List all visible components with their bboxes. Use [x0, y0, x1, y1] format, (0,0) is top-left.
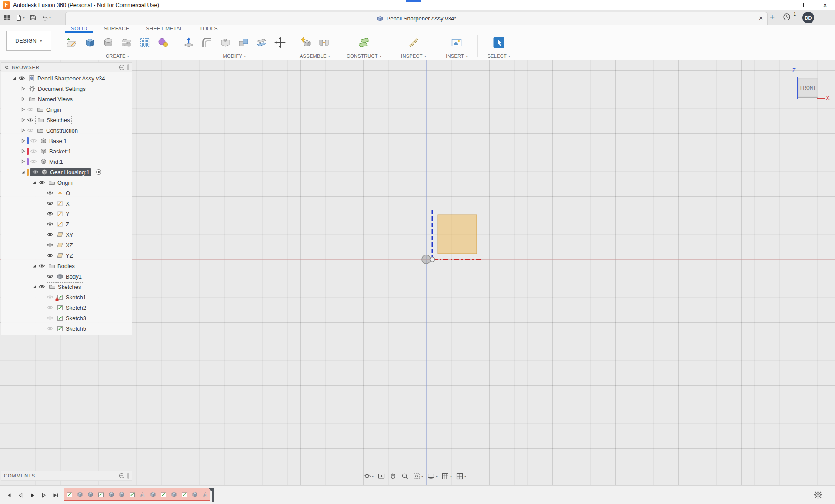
visibility-on-icon[interactable]	[47, 210, 53, 217]
timeline-skip-end-button[interactable]	[51, 491, 60, 500]
visibility-off-icon[interactable]	[27, 106, 34, 113]
extrude-button[interactable]	[82, 34, 98, 51]
browser-item-content[interactable]: Named Views	[27, 95, 74, 103]
offset-face-button[interactable]	[254, 34, 270, 51]
pan-button[interactable]	[388, 471, 398, 481]
new-component-button[interactable]	[297, 34, 314, 51]
browser-item-content[interactable]: Basket:1	[38, 147, 73, 155]
browser-item-o[interactable]: O	[1, 188, 132, 198]
origin-point-marker[interactable]	[422, 255, 431, 264]
timeline-feature-sketch[interactable]	[127, 488, 137, 500]
browser-item-bodies[interactable]: Bodies	[1, 261, 132, 271]
ribbon-group-label[interactable]: INSPECT▾	[401, 53, 426, 60]
browser-item-content[interactable]: Sketch2	[55, 304, 88, 312]
browser-item-basket-1[interactable]: Basket:1	[1, 146, 132, 156]
measure-button[interactable]	[405, 34, 422, 51]
ribbon-group-label[interactable]: SELECT▾	[487, 53, 510, 60]
collapse-panel-icon[interactable]	[4, 65, 9, 70]
ribbon-tab-surface[interactable]: SURFACE	[98, 25, 135, 33]
timeline-settings-gear-icon[interactable]	[813, 490, 823, 500]
visibility-on-icon[interactable]	[47, 221, 53, 228]
browser-item-body1[interactable]: Body1	[1, 271, 132, 282]
activate-component-radio[interactable]	[95, 169, 102, 176]
panel-scroll-handle[interactable]	[127, 64, 129, 70]
display-settings-button[interactable]: ▾	[426, 471, 438, 481]
browser-item-sketch5[interactable]: Sketch5	[1, 323, 132, 334]
fit-button[interactable]: ▾	[412, 471, 424, 481]
close-document-icon[interactable]: ×	[759, 14, 763, 22]
expand-node-icon[interactable]	[20, 128, 26, 133]
browser-item-construction[interactable]: Construction	[1, 125, 132, 136]
browser-item-yz[interactable]: YZ	[1, 250, 132, 261]
move-copy-button[interactable]	[272, 34, 288, 51]
browser-item-y[interactable]: Y	[1, 209, 132, 219]
browser-item-content[interactable]: Z	[55, 220, 71, 228]
browser-item-content[interactable]: YZ	[55, 252, 75, 259]
visibility-off-icon[interactable]	[47, 304, 53, 311]
browser-item-content[interactable]: Y	[55, 210, 71, 218]
visibility-off-icon[interactable]	[30, 148, 37, 155]
timeline-feature-extrude[interactable]	[148, 488, 158, 500]
browser-item-xy[interactable]: XY	[1, 229, 132, 240]
browser-item-content[interactable]: Sketch1	[55, 293, 88, 301]
minimize-button[interactable]: –	[775, 0, 795, 10]
ribbon-group-label[interactable]: MODIFY▾	[223, 53, 246, 60]
visibility-on-icon[interactable]	[38, 179, 45, 186]
browser-item-pencil-sharpener-assy-v34[interactable]: Pencil Sharpener Assy v34	[1, 73, 132, 83]
visibility-off-icon[interactable]	[27, 127, 34, 134]
visibility-off-icon[interactable]	[30, 158, 37, 165]
minimize-comments-icon[interactable]	[119, 473, 125, 479]
timeline-feature-extrude[interactable]	[85, 488, 96, 500]
undo-button[interactable]: ▾	[41, 14, 51, 21]
browser-item-content[interactable]: Bodies	[47, 262, 77, 270]
ribbon-tab-tools[interactable]: TOOLS	[194, 25, 224, 33]
create-sketch-button[interactable]	[63, 34, 80, 51]
ribbon-group-label[interactable]: ASSEMBLE▾	[300, 53, 330, 60]
timeline-feature-extrude[interactable]	[169, 488, 179, 500]
visibility-on-icon[interactable]	[47, 231, 53, 238]
timeline-feature-extrude[interactable]	[117, 488, 127, 500]
collapse-node-icon[interactable]	[32, 263, 37, 269]
expand-node-icon[interactable]	[20, 96, 26, 102]
file-new-button[interactable]: ▾	[15, 14, 25, 21]
browser-item-content[interactable]: Body1	[55, 272, 84, 280]
construction-plane-button[interactable]	[356, 34, 372, 51]
visibility-off-icon[interactable]	[47, 315, 53, 322]
timeline-step-forward-button[interactable]	[40, 491, 48, 500]
browser-item-origin[interactable]: Origin	[1, 177, 132, 188]
browser-item-content[interactable]: X	[55, 199, 71, 207]
ribbon-tab-solid[interactable]: SOLID	[65, 25, 93, 33]
timeline-step-back-button[interactable]	[16, 491, 25, 500]
browser-item-content[interactable]: Origin	[47, 179, 74, 186]
expand-node-icon[interactable]	[20, 159, 26, 164]
browser-item-origin[interactable]: Origin	[1, 104, 132, 115]
collapse-node-icon[interactable]	[20, 169, 26, 175]
shell-button[interactable]	[217, 34, 234, 51]
visibility-on-icon[interactable]	[47, 242, 53, 249]
viewcube[interactable]: Z FRONT X	[792, 66, 835, 109]
browser-item-gear-housing-1[interactable]: Gear Housing:1	[1, 167, 132, 177]
avatar[interactable]: DD	[802, 12, 814, 23]
visibility-on-icon[interactable]	[32, 169, 39, 176]
browser-item-mid-1[interactable]: Mid:1	[1, 156, 132, 167]
browser-item-base-1[interactable]: Base:1	[1, 136, 132, 146]
visibility-on-icon[interactable]	[47, 189, 53, 196]
maximize-button[interactable]	[795, 0, 815, 10]
timeline-feature-sketch[interactable]	[179, 488, 190, 500]
browser-item-content[interactable]: Sketch5	[55, 325, 88, 332]
workspace-selector[interactable]: DESIGN ▾	[6, 31, 51, 51]
save-button[interactable]	[30, 14, 37, 21]
expand-node-icon[interactable]	[20, 149, 26, 154]
browser-item-content[interactable]: Document Settings	[27, 85, 87, 93]
expand-node-icon[interactable]	[20, 138, 26, 143]
press-pull-button[interactable]	[180, 34, 197, 51]
browser-item-sketches[interactable]: Sketches	[1, 282, 132, 292]
browser-item-content[interactable]: Origin	[35, 106, 63, 113]
browser-item-xz[interactable]: XZ	[1, 240, 132, 250]
grid-settings-button[interactable]: ▾	[441, 471, 453, 481]
browser-item-sketch1[interactable]: Sketch1	[1, 292, 132, 302]
timeline-feature-sketch[interactable]	[64, 488, 75, 500]
visibility-on-icon[interactable]	[47, 200, 53, 207]
timeline-position-marker[interactable]	[212, 488, 214, 502]
create-form-button[interactable]	[155, 34, 171, 51]
